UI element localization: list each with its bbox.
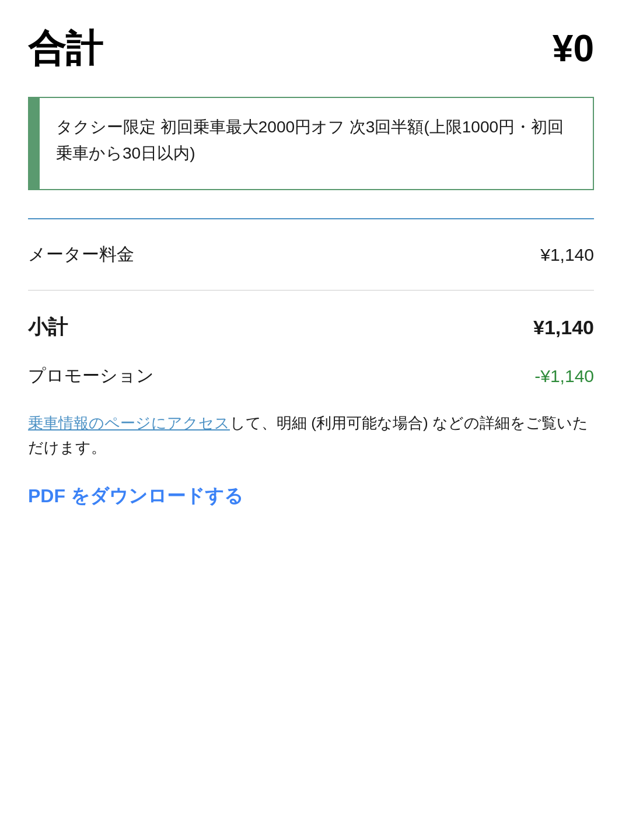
promo-box: タクシー限定 初回乗車最大2000円オフ 次3回半額(上限1000円・初回乗車か… (28, 97, 594, 190)
ride-info-link[interactable]: 乗車情報のページにアクセス (28, 414, 230, 432)
meter-value: ¥1,140 (540, 245, 594, 265)
promo-text: タクシー限定 初回乗車最大2000円オフ 次3回半額(上限1000円・初回乗車か… (40, 98, 593, 189)
gray-divider (28, 290, 594, 290)
promotion-value: -¥1,140 (534, 366, 594, 386)
subtotal-label: 小計 (28, 314, 68, 341)
promotion-row: プロモーション -¥1,140 (28, 364, 594, 388)
info-text: 乗車情報のページにアクセスして、明細 (利用可能な場合) などの詳細をご覧いただ… (28, 411, 594, 460)
promo-accent-bar (29, 98, 40, 189)
subtotal-value: ¥1,140 (533, 316, 594, 339)
subtotal-row: 小計 ¥1,140 (28, 314, 594, 341)
page-title: 合計 (28, 28, 103, 69)
meter-row: メーター料金 ¥1,140 (28, 243, 594, 267)
total-amount: ¥0 (553, 28, 594, 69)
promotion-label: プロモーション (28, 364, 154, 388)
header: 合計 ¥0 (28, 28, 594, 69)
meter-label: メーター料金 (28, 243, 134, 267)
blue-divider (28, 218, 594, 219)
pdf-download-button[interactable]: PDF をダウンロードする (28, 484, 243, 509)
